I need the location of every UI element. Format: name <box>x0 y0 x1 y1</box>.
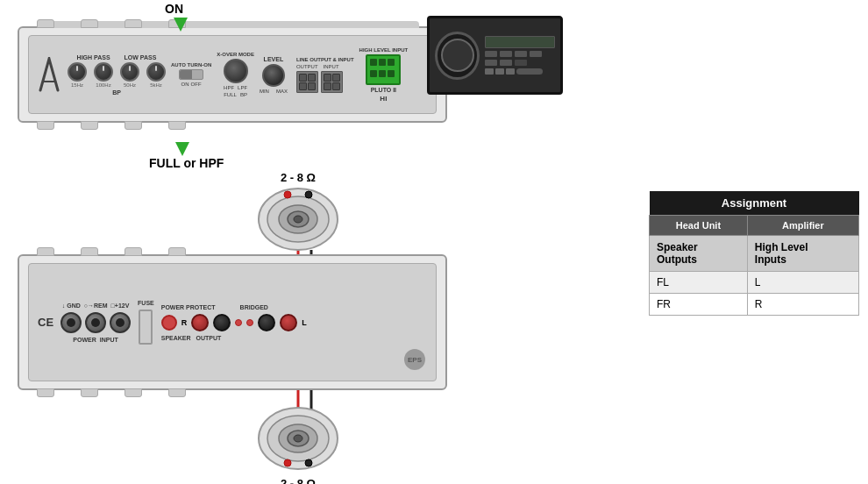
speaker-section-labels: POWER PROTECT BRIDGED <box>161 304 427 310</box>
hl-pin-5 <box>379 70 386 77</box>
speaker-top-area: 2 - 8 Ω <box>254 171 342 258</box>
ce-logo: CE <box>38 316 53 329</box>
full-hpf-arrow-icon <box>175 142 189 156</box>
eps-logo: EPS <box>404 349 425 370</box>
off-toggle-label: OFF <box>191 82 202 87</box>
main-container: HIGH PASS LOW PASS 15Hz 100Hz 50Hz <box>0 0 868 484</box>
svg-point-21 <box>294 435 302 442</box>
in-pin-3 <box>324 82 331 90</box>
hu-btn-2 <box>500 51 512 57</box>
xover-section: X-OVER MODE HPF LPF FULL BP <box>217 52 254 97</box>
row1-col2: High Level Inputs <box>747 236 858 272</box>
r-label: R <box>181 318 188 327</box>
level-min: MIN <box>260 89 269 94</box>
speaker-output-labels: SPEAKER OUTPUT <box>161 335 427 341</box>
terminal-row <box>60 312 131 333</box>
filter-section: HIGH PASS LOW PASS 15Hz 100Hz 50Hz <box>68 54 166 96</box>
toggle-on-side <box>180 70 192 79</box>
hu-btn-3 <box>515 51 527 57</box>
xover-hpf: HPF <box>224 85 234 90</box>
rem-label: ○→REM <box>84 302 108 309</box>
row1-col1: Speaker Outputs <box>650 236 748 272</box>
high-pass-knob-2 <box>94 62 113 82</box>
speaker-bottom-svg <box>254 403 342 473</box>
r-minus-terminal <box>213 314 231 331</box>
xover-lpf: LPF <box>238 85 247 90</box>
head-unit-buttons-row2 <box>485 60 555 66</box>
freq-label-4: 5kHz <box>150 82 162 88</box>
gnd-terminal-hole <box>67 318 75 327</box>
l-label: L <box>302 318 307 327</box>
ohm-label-bottom: 2 - 8 Ω <box>254 477 342 484</box>
hu-btn-10 <box>506 68 515 75</box>
auto-turn-on-section: AUTO TURN-ON ON OFF <box>171 62 211 87</box>
hi-label: HI <box>380 95 387 103</box>
hu-btn-7 <box>515 60 527 66</box>
full-hpf-label: FULL or HPF <box>149 156 224 171</box>
assignment-table: Assignment Head Unit Amplifier Speaker O… <box>649 191 859 316</box>
row3-col1: FR <box>650 294 748 316</box>
line-output-input-label: LINE OUTPUT & INPUT <box>296 57 354 62</box>
power-label: POWER <box>73 337 96 343</box>
auto-turn-on-label: AUTO TURN-ON <box>171 62 211 68</box>
level-max: MAX <box>276 89 288 94</box>
fuse-label: FUSE <box>138 300 154 306</box>
xover-title: X-OVER MODE <box>217 52 254 57</box>
speaker-terminals-row: R L <box>161 314 427 331</box>
rem-terminal-hole <box>91 318 100 327</box>
in-pin-2 <box>332 74 340 82</box>
plus12v-terminal <box>110 312 131 333</box>
hu-btn-1 <box>485 51 497 57</box>
assignment-table-container: Assignment Head Unit Amplifier Speaker O… <box>649 191 859 316</box>
amp-bottom-inner: CE ↓ GND ○→REM □+12V <box>28 263 437 381</box>
row2-col2: L <box>747 272 858 294</box>
freq-label-3: 50Hz <box>124 82 136 88</box>
high-level-connector <box>366 54 401 85</box>
amp-logo <box>36 57 62 92</box>
svg-point-16 <box>305 191 312 198</box>
amplifier-top: HIGH PASS LOW PASS 15Hz 100Hz 50Hz <box>18 26 447 123</box>
svg-point-22 <box>284 459 291 466</box>
head-unit-knob-inner <box>441 39 474 72</box>
out-pin-1 <box>299 74 307 82</box>
output-sub-label: OUTPUT <box>296 64 318 69</box>
plus12v-label: □+12V <box>111 302 130 309</box>
table-title: Assignment <box>650 191 859 216</box>
low-pass-knob-1 <box>120 62 139 82</box>
power-protect-led <box>161 315 177 331</box>
high-level-input-section: HIGH LEVEL INPUT PLUTO II HI <box>359 47 409 103</box>
head-unit-buttons-row3 <box>485 68 555 75</box>
high-level-input-label: HIGH LEVEL INPUT <box>359 47 409 53</box>
hl-pin-2 <box>379 59 386 66</box>
line-connectors-group: LINE OUTPUT & INPUT OUTPUT INPUT <box>296 57 354 93</box>
bridge-dot-2 <box>246 319 253 326</box>
svg-point-23 <box>305 459 312 466</box>
hu-btn-6 <box>500 60 512 66</box>
input-label: INPUT <box>100 337 118 343</box>
pluto-label: PLUTO II <box>371 87 396 93</box>
out-pin-3 <box>299 82 307 90</box>
plus12v-terminal-hole <box>116 318 125 327</box>
level-title: LEVEL <box>264 56 284 62</box>
input-sub-label: INPUT <box>324 64 339 69</box>
head-unit <box>427 16 563 95</box>
power-protect-label: POWER PROTECT <box>161 304 216 310</box>
power-terminals-section: ↓ GND ○→REM □+12V POWER <box>60 302 131 343</box>
power-terminal-labels: ↓ GND ○→REM □+12V <box>62 302 130 309</box>
head-unit-buttons-row1 <box>485 51 555 57</box>
gnd-label: ↓ GND <box>62 302 81 309</box>
in-pin-1 <box>324 74 331 82</box>
bridge-dot-1 <box>235 319 242 326</box>
amplifier-bottom: CE ↓ GND ○→REM □+12V <box>18 254 447 390</box>
ohm-label-top: 2 - 8 Ω <box>254 171 342 184</box>
speaker-output-section: POWER PROTECT BRIDGED R L <box>161 304 427 341</box>
on-label: ON <box>165 2 183 16</box>
hl-pin-6 <box>388 70 395 77</box>
hu-btn-5 <box>485 60 497 66</box>
low-pass-label: LOW PASS <box>125 54 157 60</box>
xover-full: FULL <box>224 92 237 97</box>
row2-col1: FL <box>650 272 748 294</box>
in-pin-4 <box>332 82 340 90</box>
low-pass-knob-2 <box>146 62 166 82</box>
fuse-body <box>139 310 153 345</box>
